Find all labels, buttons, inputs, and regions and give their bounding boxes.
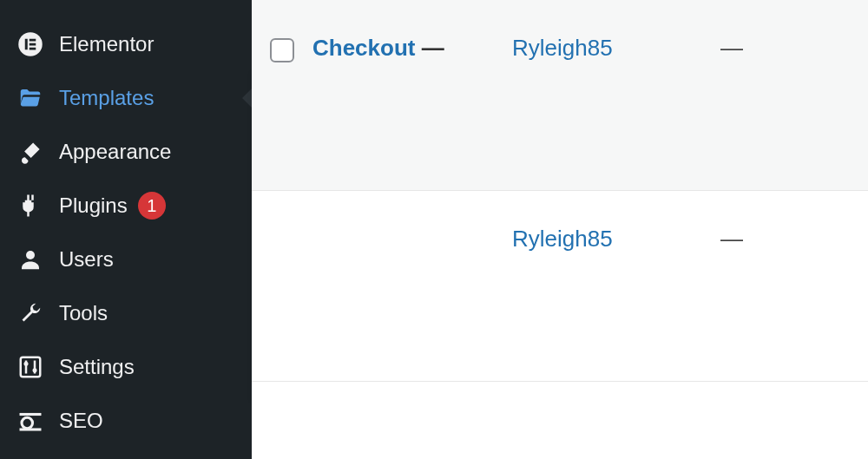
menu-item-tools[interactable]: Tools <box>0 286 252 340</box>
elementor-icon <box>16 30 45 59</box>
svg-rect-4 <box>30 48 36 50</box>
svg-rect-1 <box>25 39 28 50</box>
menu-item-templates[interactable]: Templates <box>0 71 252 125</box>
author-link[interactable]: Ryleigh85 <box>512 226 613 252</box>
menu-label-plugins: Plugins <box>59 193 128 218</box>
plugins-update-badge: 1 <box>138 192 166 220</box>
table-row: Ryleigh85 — <box>252 191 868 382</box>
title-suffix: — <box>415 35 444 61</box>
menu-label-tools: Tools <box>59 301 108 325</box>
author-link[interactable]: Ryleigh85 <box>512 35 613 61</box>
plug-icon <box>16 191 45 220</box>
menu-label-elementor: Elementor <box>59 32 154 56</box>
extra-cell: — <box>720 35 825 62</box>
svg-rect-2 <box>30 39 36 42</box>
menu-label-users: Users <box>59 247 114 272</box>
table-row: Checkout — Ryleigh85 — <box>252 0 868 191</box>
menu-label-seo: SEO <box>59 409 103 433</box>
admin-sidebar: Elementor Templates Appearance Plugins 1… <box>0 0 252 459</box>
content-area: Checkout — Ryleigh85 — Ryleigh85 — <box>252 0 868 459</box>
menu-label-settings: Settings <box>59 355 135 379</box>
menu-item-appearance[interactable]: Appearance <box>0 125 252 179</box>
svg-point-12 <box>22 417 33 429</box>
menu-item-seo[interactable]: SEO <box>0 394 252 448</box>
menu-item-plugins[interactable]: Plugins 1 <box>0 179 252 233</box>
svg-point-5 <box>26 251 35 259</box>
paintbrush-icon <box>16 137 45 167</box>
user-icon <box>16 245 45 274</box>
sliders-icon <box>16 352 45 382</box>
menu-label-templates: Templates <box>59 86 154 110</box>
svg-point-10 <box>33 368 37 372</box>
svg-rect-6 <box>21 357 41 377</box>
template-title-link[interactable]: Checkout <box>312 35 415 61</box>
extra-cell: — <box>720 226 825 252</box>
menu-item-users[interactable]: Users <box>0 233 252 286</box>
menu-item-settings[interactable]: Settings <box>0 340 252 394</box>
folder-open-icon <box>16 83 45 113</box>
svg-rect-3 <box>30 43 36 46</box>
wrench-icon <box>16 298 45 328</box>
menu-label-appearance: Appearance <box>59 140 171 164</box>
svg-point-8 <box>24 362 29 366</box>
seo-icon <box>16 406 45 436</box>
row-select-checkbox[interactable] <box>270 38 294 62</box>
menu-item-elementor[interactable]: Elementor <box>0 17 252 71</box>
